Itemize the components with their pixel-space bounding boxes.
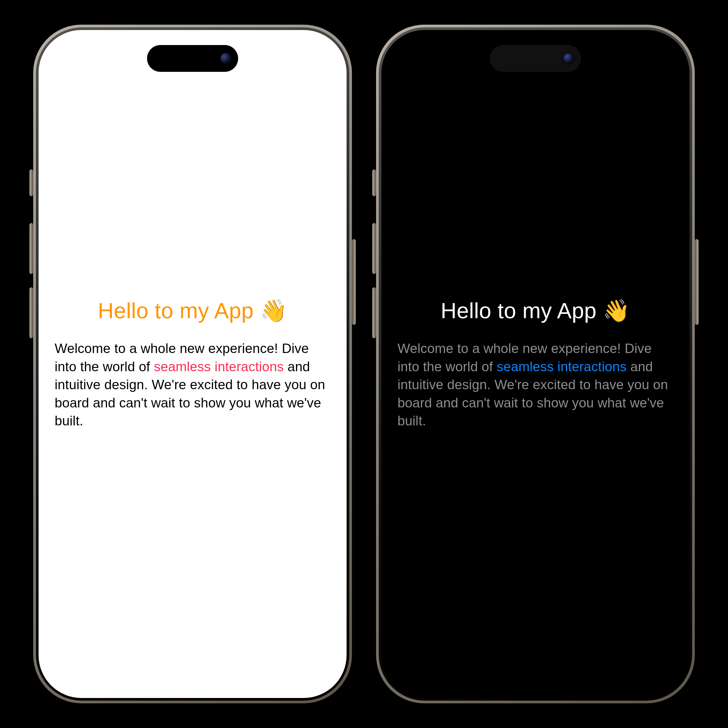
power-button[interactable] — [695, 239, 699, 325]
dynamic-island — [147, 45, 238, 72]
headline-dark: Hello to my App 👋 — [398, 298, 673, 323]
volume-down-button[interactable] — [29, 287, 33, 338]
volume-up-button[interactable] — [372, 223, 376, 274]
device-dark: Hello to my App 👋 Welcome to a whole new… — [376, 25, 695, 703]
wave-emoji-icon: 👋 — [603, 298, 630, 323]
front-camera-icon — [563, 52, 575, 64]
front-camera-icon — [220, 52, 232, 64]
device-light: Hello to my App 👋 Welcome to a whole new… — [33, 25, 352, 703]
wave-emoji-icon: 👋 — [260, 298, 288, 323]
welcome-body-light: Welcome to a whole new experience! Dive … — [55, 340, 330, 430]
headline-text: Hello to my App — [98, 298, 254, 323]
welcome-body-dark: Welcome to a whole new experience! Dive … — [398, 340, 673, 430]
screen-light: Hello to my App 👋 Welcome to a whole new… — [38, 30, 347, 698]
mute-switch[interactable] — [29, 169, 33, 196]
mute-switch[interactable] — [372, 169, 376, 196]
body-highlight: seamless interactions — [497, 359, 627, 374]
power-button[interactable] — [352, 239, 356, 325]
screen-dark: Hello to my App 👋 Welcome to a whole new… — [381, 30, 690, 698]
headline-text: Hello to my App — [440, 298, 596, 323]
headline-light: Hello to my App 👋 — [55, 298, 330, 323]
volume-up-button[interactable] — [29, 223, 33, 274]
dynamic-island — [490, 45, 581, 72]
body-highlight: seamless interactions — [154, 359, 284, 374]
volume-down-button[interactable] — [372, 287, 376, 338]
